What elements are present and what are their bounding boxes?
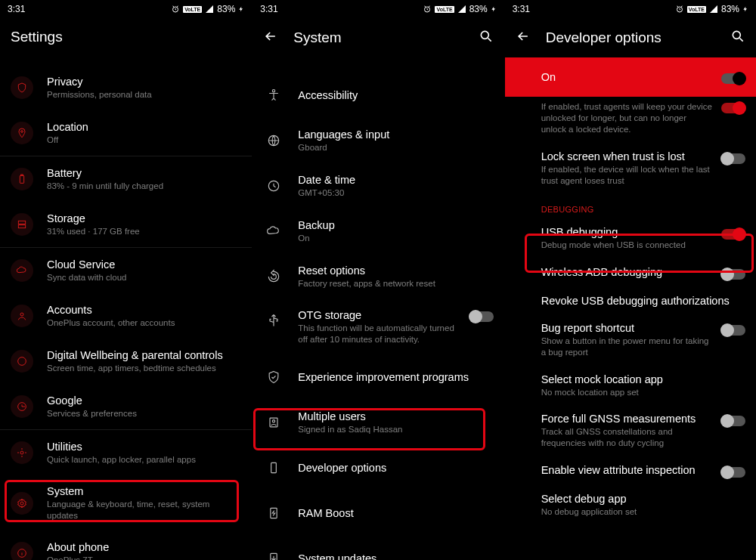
- row-view-attr[interactable]: Enable view attribute inspection: [505, 456, 756, 485]
- speed-icon: [263, 503, 284, 524]
- screen-settings: 3:31 VoLTE 83% Settings PrivacyPermissio…: [0, 0, 252, 560]
- page-title: Settings: [0, 18, 252, 51]
- row-google[interactable]: GoogleServices & preferences: [0, 384, 252, 429]
- svg-rect-2: [20, 175, 23, 183]
- row-trust-extend[interactable]: If enabled, trust agents will keep your …: [505, 97, 756, 143]
- search-icon[interactable]: [730, 29, 745, 47]
- volte-icon: VoLTE: [435, 6, 454, 13]
- svg-point-14: [273, 90, 275, 92]
- shield-icon: [11, 76, 33, 99]
- row-usb-debugging[interactable]: USB debuggingDebug mode when USB is conn…: [505, 218, 756, 258]
- status-bar: 3:31 VoLTE 83%: [505, 0, 756, 18]
- row-gnss[interactable]: Force full GNSS measurementsTrack all GN…: [505, 405, 756, 456]
- phone-icon: [263, 457, 284, 478]
- back-icon[interactable]: [263, 29, 278, 47]
- row-languages[interactable]: Languages & inputGboard: [253, 118, 503, 163]
- svg-rect-19: [271, 463, 277, 472]
- alarm-icon: [675, 5, 684, 14]
- row-developer-options[interactable]: Developer options: [253, 445, 503, 490]
- master-toggle[interactable]: [721, 73, 745, 84]
- wireless-adb-toggle[interactable]: [721, 269, 745, 280]
- row-ram-boost[interactable]: RAM Boost: [253, 490, 503, 536]
- battery-text: 83%: [469, 4, 488, 14]
- accessibility-icon: [263, 85, 284, 106]
- battery-icon: [11, 168, 33, 190]
- download-icon: [263, 548, 284, 560]
- otg-toggle[interactable]: [469, 311, 494, 322]
- cloud-icon: [263, 221, 284, 242]
- svg-point-6: [20, 313, 23, 316]
- usb-debugging-toggle[interactable]: [721, 229, 745, 240]
- row-wireless-adb[interactable]: Wireless ADB debugging: [505, 258, 756, 287]
- clock: 3:31: [8, 4, 25, 14]
- row-bug-report[interactable]: Bug report shortcutShow a button in the …: [505, 314, 756, 366]
- view-attr-toggle[interactable]: [721, 467, 745, 478]
- row-location[interactable]: LocationOff: [0, 110, 252, 156]
- row-battery[interactable]: Battery83% - 9 min until fully charged: [0, 156, 252, 202]
- trust-extend-toggle[interactable]: [721, 103, 745, 113]
- row-accounts[interactable]: AccountsOnePlus account, other accounts: [0, 293, 252, 339]
- row-reset[interactable]: Reset optionsFactory reset, apps & netwo…: [253, 254, 503, 299]
- row-revoke-auth[interactable]: Revoke USB debugging authorizations: [505, 287, 756, 314]
- screen-developer: 3:31 VoLTE 83% Developer options On If e…: [504, 0, 756, 560]
- status-bar: 3:31 VoLTE 83%: [0, 0, 252, 18]
- google-icon: [11, 395, 33, 418]
- search-icon[interactable]: [479, 29, 494, 47]
- row-mock-location[interactable]: Select mock location appNo mock location…: [505, 366, 756, 406]
- lock-trust-toggle[interactable]: [721, 153, 745, 164]
- reset-icon: [263, 266, 284, 287]
- charging-icon: [742, 5, 748, 14]
- person-icon: [11, 305, 33, 327]
- alarm-icon: [423, 5, 432, 14]
- row-cloud[interactable]: Cloud ServiceSync data with cloud: [0, 248, 252, 293]
- row-datetime[interactable]: Date & timeGMT+05:30: [253, 163, 503, 209]
- tools-icon: [11, 441, 33, 464]
- signal-icon: [205, 5, 214, 14]
- row-utilities[interactable]: UtilitiesQuick launch, app locker, paral…: [0, 430, 252, 475]
- back-icon[interactable]: [516, 29, 531, 47]
- row-about[interactable]: About phoneOnePlus 7T: [0, 531, 252, 560]
- wellbeing-icon: [11, 350, 33, 373]
- volte-icon: VoLTE: [183, 6, 202, 13]
- svg-point-13: [481, 31, 488, 39]
- svg-point-7: [18, 357, 26, 366]
- signal-icon: [709, 5, 718, 14]
- battery-text: 83%: [721, 4, 739, 14]
- row-users[interactable]: Multiple usersSigned in as Sadiq Hassan: [253, 400, 503, 445]
- row-accessibility[interactable]: Accessibility: [253, 73, 503, 118]
- charging-icon: [491, 5, 497, 14]
- clock: 3:31: [513, 4, 530, 14]
- svg-rect-5: [18, 225, 25, 228]
- signal-icon: [457, 5, 466, 14]
- svg-point-10: [20, 502, 23, 505]
- svg-point-18: [273, 420, 275, 422]
- clock: 3:31: [260, 4, 277, 14]
- screen-system: 3:31 VoLTE 83% System Accessibility Lang…: [252, 0, 503, 560]
- clock-icon: [263, 175, 284, 196]
- svg-point-9: [20, 451, 23, 454]
- gear-icon: [11, 492, 33, 515]
- master-toggle-banner[interactable]: On: [505, 57, 756, 97]
- row-storage[interactable]: Storage31% used · 177 GB free: [0, 202, 252, 247]
- usb-icon: [263, 310, 284, 331]
- cloud-icon: [11, 259, 33, 282]
- row-backup[interactable]: BackupOn: [253, 209, 503, 254]
- bug-report-toggle[interactable]: [721, 325, 745, 336]
- row-updates[interactable]: System updates: [253, 536, 503, 560]
- info-icon: [11, 542, 33, 560]
- row-system[interactable]: SystemLanguage & keyboard, time, reset, …: [0, 475, 252, 531]
- status-bar: 3:31 VoLTE 83%: [253, 0, 503, 18]
- svg-rect-3: [21, 175, 23, 175]
- row-privacy[interactable]: PrivacyPermissions, personal data: [0, 65, 252, 110]
- row-otg[interactable]: OTG storageThis function will be automat…: [253, 299, 503, 354]
- row-debug-app[interactable]: Select debug appNo debug application set: [505, 485, 756, 525]
- users-icon: [263, 412, 284, 433]
- row-lock-trust[interactable]: Lock screen when trust is lostIf enabled…: [505, 143, 756, 194]
- gnss-toggle[interactable]: [721, 416, 745, 426]
- location-icon: [11, 122, 33, 144]
- charging-icon: [238, 5, 244, 14]
- page-title: Developer options: [546, 29, 715, 46]
- globe-icon: [263, 130, 284, 151]
- row-wellbeing[interactable]: Digital Wellbeing & parental controlsScr…: [0, 339, 252, 384]
- row-experience[interactable]: Experience improvement programs: [253, 354, 503, 400]
